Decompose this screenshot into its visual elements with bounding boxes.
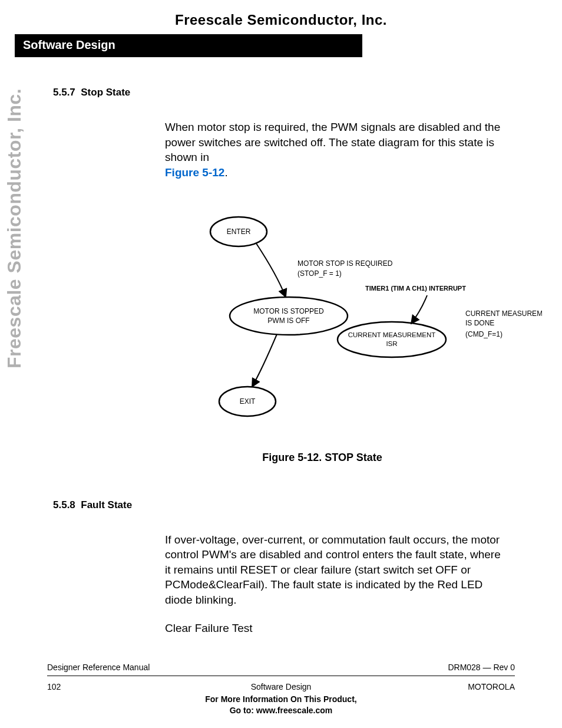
footer-center-title: Software Design [47, 682, 515, 691]
section-title: Stop State [81, 87, 130, 98]
page-footer: Designer Reference Manual DRM028 — Rev 0… [47, 663, 515, 716]
state-diagram: ENTER MOTOR STOP IS REQUIRED (STOP_F = 1… [189, 210, 542, 446]
diagram-result-line3: (CMD_F=1) [465, 330, 503, 338]
figure-link[interactable]: Figure 5-12 [165, 166, 224, 179]
section-number: 5.5.7 [53, 87, 75, 98]
svg-point-2 [230, 297, 348, 335]
diagram-result-line2: IS DONE [465, 319, 494, 327]
period: . [224, 166, 227, 179]
diagram-state2-line1: CURRENT MEASUREMENT [348, 331, 436, 338]
sidebar-company-text: Freescale Semiconductor, Inc. [4, 88, 25, 368]
fault-state-paragraph-2: Clear Failure Test [165, 621, 509, 636]
diagram-enter-label: ENTER [227, 228, 251, 236]
section-title-2: Fault State [81, 499, 132, 510]
stop-state-paragraph: When motor stop is required, the PWM sig… [165, 120, 509, 180]
footer-doc-title: Designer Reference Manual [47, 663, 150, 672]
subheading-fault-state: 5.5.8 Fault State [53, 499, 515, 511]
footer-more-line1: For More Information On This Product, [47, 694, 515, 705]
diagram-interrupt-label: TIMER1 (TIM A CH1) INTERRUPT [365, 285, 466, 292]
footer-doc-rev: DRM028 — Rev 0 [448, 663, 515, 672]
figure-caption: Figure 5-12. STOP State [130, 452, 515, 464]
diagram-exit-label: EXIT [240, 397, 256, 406]
svg-point-3 [338, 322, 446, 357]
diagram-state2-line2: ISR [386, 340, 397, 347]
body-text: When motor stop is required, the PWM sig… [165, 121, 500, 163]
diagram-state1-line2: PWM IS OFF [267, 317, 309, 325]
diagram-cond-line2: (STOP_F = 1) [297, 269, 342, 278]
fault-state-paragraph-1: If over-voltage, over-current, or commut… [165, 532, 509, 608]
diagram-cond-line1: MOTOR STOP IS REQUIRED [297, 259, 393, 268]
diagram-state1-line1: MOTOR IS STOPPED [253, 307, 324, 315]
section-number-2: 5.5.8 [53, 499, 75, 510]
footer-more-line2: Go to: www.freescale.com [47, 705, 515, 716]
subheading-stop-state: 5.5.7 Stop State [53, 87, 515, 98]
company-header: Freescale Semiconductor, Inc. [47, 12, 515, 28]
section-title-bar: Software Design [15, 34, 362, 57]
diagram-result-line1: CURRENT MEASUREMENT [465, 309, 542, 318]
